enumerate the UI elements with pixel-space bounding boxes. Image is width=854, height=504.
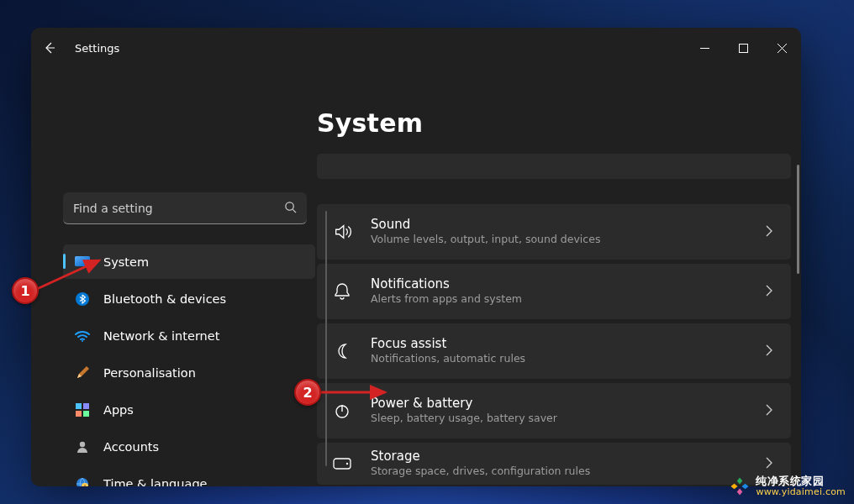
- watermark-text: 纯净系统家园: [756, 475, 846, 487]
- sidebar-item-accounts[interactable]: Accounts: [63, 429, 315, 464]
- svg-point-15: [346, 463, 348, 465]
- sidebar-item-label: Time & language: [103, 477, 208, 487]
- svg-rect-9: [83, 411, 89, 417]
- card-storage[interactable]: Storage Storage space, drives, configura…: [317, 443, 791, 485]
- svg-rect-8: [76, 411, 82, 417]
- chevron-right-icon: [766, 456, 772, 472]
- search-placeholder: Find a setting: [73, 202, 153, 215]
- annotation-marker-2: 2: [294, 379, 321, 406]
- back-button[interactable]: [43, 41, 56, 55]
- wifi-icon: [75, 328, 90, 344]
- moon-icon: [332, 341, 352, 361]
- apps-icon: [75, 402, 90, 417]
- sidebar-item-label: Personalisation: [103, 366, 196, 380]
- chevron-right-icon: [766, 344, 772, 360]
- svg-point-1: [286, 202, 293, 209]
- sidebar-item-network[interactable]: Network & internet: [63, 318, 315, 353]
- sidebar-item-time-language[interactable]: Time & language: [63, 466, 315, 486]
- maximize-button[interactable]: [724, 34, 762, 61]
- card-title: Sound: [371, 217, 766, 234]
- svg-rect-0: [739, 44, 747, 52]
- chevron-right-icon: [766, 403, 772, 419]
- annotation-marker-1: 1: [12, 277, 39, 304]
- titlebar: Settings: [31, 28, 801, 68]
- globe-icon: [75, 476, 90, 487]
- card-title: Storage: [371, 449, 766, 465]
- page-title: System: [317, 108, 801, 138]
- sidebar-scrollbar-track[interactable]: [325, 211, 327, 466]
- sidebar-item-apps[interactable]: Apps: [63, 392, 315, 427]
- settings-window: Settings Find a setting: [31, 28, 801, 486]
- watermark: 纯净系统家园 www.yidaimei.com: [729, 475, 846, 497]
- svg-rect-6: [76, 403, 82, 409]
- sidebar-item-label: Accounts: [103, 440, 159, 454]
- svg-point-5: [82, 340, 83, 342]
- card-subtitle: Notifications, automatic rules: [371, 352, 766, 366]
- watermark-url: www.yidaimei.com: [756, 487, 846, 497]
- card-title: Notifications: [371, 276, 766, 293]
- card-cutoff-top[interactable]: [317, 154, 791, 179]
- window-controls: [685, 34, 801, 61]
- annotation-arrow-2: [318, 386, 392, 399]
- sound-icon: [332, 222, 352, 242]
- bell-icon: [332, 281, 352, 302]
- main-content: System Sound Volume levels, output, inpu…: [296, 68, 801, 486]
- search-input[interactable]: Find a setting: [63, 192, 307, 224]
- card-notifications[interactable]: Notifications Alerts from apps and syste…: [317, 264, 791, 319]
- sidebar-item-personalisation[interactable]: Personalisation: [63, 355, 315, 390]
- svg-point-10: [80, 441, 85, 446]
- power-icon: [332, 401, 352, 421]
- sidebar-item-label: Apps: [103, 403, 134, 417]
- person-icon: [75, 439, 90, 454]
- sidebar-item-label: Bluetooth & devices: [103, 292, 226, 306]
- card-title: Focus assist: [371, 336, 766, 353]
- chevron-right-icon: [766, 224, 772, 240]
- app-title: Settings: [75, 42, 119, 55]
- close-button[interactable]: [762, 34, 801, 61]
- watermark-logo-icon: [729, 475, 751, 497]
- card-title: Power & battery: [371, 396, 766, 412]
- card-subtitle: Sleep, battery usage, battery saver: [371, 412, 766, 426]
- minimize-button[interactable]: [685, 34, 724, 61]
- search-icon: [284, 201, 297, 216]
- storage-icon: [332, 454, 352, 474]
- card-subtitle: Volume levels, output, input, sound devi…: [371, 233, 766, 247]
- annotation-arrow-1: [34, 255, 109, 296]
- card-focus-assist[interactable]: Focus assist Notifications, automatic ru…: [317, 323, 791, 379]
- chevron-right-icon: [766, 284, 772, 300]
- scrollbar[interactable]: [797, 165, 799, 274]
- brush-icon: [75, 365, 90, 381]
- settings-list: Sound Volume levels, output, input, soun…: [317, 154, 791, 486]
- card-subtitle: Storage space, drives, configuration rul…: [371, 465, 766, 479]
- sidebar-item-label: System: [103, 255, 149, 269]
- sidebar-item-label: Network & internet: [103, 329, 219, 343]
- card-subtitle: Alerts from apps and system: [371, 292, 766, 307]
- svg-rect-7: [83, 403, 89, 409]
- card-sound[interactable]: Sound Volume levels, output, input, soun…: [317, 204, 791, 260]
